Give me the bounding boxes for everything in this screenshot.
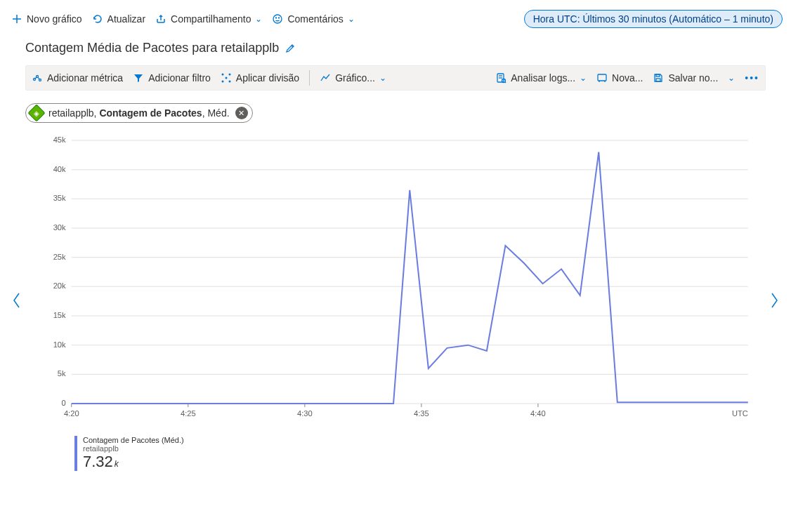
chart-title-row: Contagem Média de Pacotes para retailapp… xyxy=(8,36,783,65)
legend-resource: retailapplb xyxy=(83,444,759,453)
svg-point-14 xyxy=(221,81,223,83)
svg-text:0: 0 xyxy=(61,399,65,407)
apply-split-label: Aplicar divisão xyxy=(236,72,299,84)
add-metric-icon xyxy=(32,72,43,84)
svg-text:4:20: 4:20 xyxy=(64,409,79,418)
chevron-down-icon: ⌄ xyxy=(580,73,587,83)
new-chart-button[interactable]: Novo gráfico xyxy=(11,13,82,25)
top-toolbar: Novo gráfico Atualizar Compartilhamento … xyxy=(8,7,783,36)
svg-rect-25 xyxy=(656,74,660,77)
analyze-logs-label: Analisar logs... xyxy=(511,72,575,84)
svg-text:40k: 40k xyxy=(53,165,66,173)
chart-type-label: Gráfico... xyxy=(335,72,375,84)
chart-type-button[interactable]: Gráfico... ⌄ xyxy=(320,72,386,84)
chart-toolbar: Adicionar métrica Adicionar filtro Aplic… xyxy=(25,65,766,91)
svg-text:4:35: 4:35 xyxy=(414,409,429,418)
svg-text:4:40: 4:40 xyxy=(530,409,546,418)
share-label: Compartilhamento xyxy=(171,13,251,25)
svg-point-12 xyxy=(221,74,223,76)
line-chart-icon xyxy=(320,72,331,84)
refresh-label: Atualizar xyxy=(107,13,145,25)
analyze-logs-button[interactable]: Analisar logs... ⌄ xyxy=(495,72,587,84)
share-button[interactable]: Compartilhamento ⌄ xyxy=(155,13,262,25)
prev-chart-button[interactable] xyxy=(8,284,25,317)
legend-value-number: 7.32 xyxy=(83,453,113,470)
add-filter-button[interactable]: Adicionar filtro xyxy=(133,72,211,84)
filter-icon xyxy=(133,72,144,84)
edit-title-button[interactable] xyxy=(285,43,296,54)
svg-rect-22 xyxy=(598,74,606,81)
svg-point-5 xyxy=(279,18,280,18)
share-icon xyxy=(155,13,166,25)
save-to-button[interactable]: Salvar no... xyxy=(653,72,718,84)
chart-title: Contagem Média de Pacotes para retailapp… xyxy=(25,41,279,55)
metric-chip-resource: retailapplb xyxy=(48,107,94,119)
svg-text:15k: 15k xyxy=(53,311,66,319)
divider xyxy=(309,70,310,86)
svg-text:25k: 25k xyxy=(53,253,66,261)
smile-icon xyxy=(272,13,283,25)
add-metric-label: Adicionar métrica xyxy=(47,72,123,84)
line-chart: 05k10k15k20k25k30k35k40k45k4:204:254:304… xyxy=(32,130,759,432)
legend-value-unit: k xyxy=(115,459,119,469)
svg-point-13 xyxy=(228,74,230,76)
chevron-down-icon: ⌄ xyxy=(255,14,262,24)
chevron-down-icon: ⌄ xyxy=(348,14,355,24)
metric-chip-text: retailapplb, Contagem de Pacotes, Méd. xyxy=(48,107,230,119)
legend-value: 7.32k xyxy=(83,453,759,471)
add-metric-button[interactable]: Adicionar métrica xyxy=(32,72,123,84)
alert-rule-icon xyxy=(596,72,608,84)
svg-text:5k: 5k xyxy=(58,369,66,378)
metric-chip-agg: Méd. xyxy=(207,107,229,119)
metric-chip[interactable]: ◈ retailapplb, Contagem de Pacotes, Méd.… xyxy=(25,103,253,123)
new-alert-button[interactable]: Nova... xyxy=(596,72,643,84)
svg-text:UTC: UTC xyxy=(732,409,748,418)
svg-text:35k: 35k xyxy=(53,194,66,202)
refresh-icon xyxy=(92,13,103,25)
remove-chip-icon[interactable]: ✕ xyxy=(235,107,248,119)
new-alert-label: Nova... xyxy=(612,72,643,84)
time-range-label: Hora UTC: Últimos 30 minutos (Automático… xyxy=(533,13,773,25)
more-icon[interactable]: ••• xyxy=(745,72,759,84)
svg-point-3 xyxy=(273,15,282,23)
add-filter-label: Adicionar filtro xyxy=(148,72,211,84)
svg-text:10k: 10k xyxy=(53,340,66,349)
legend-metric: Contagem de Pacotes (Méd.) xyxy=(83,436,759,444)
comments-button[interactable]: Comentários ⌄ xyxy=(272,13,354,25)
chevron-down-icon[interactable]: ⌄ xyxy=(728,73,735,83)
svg-line-10 xyxy=(35,77,37,79)
next-chart-button[interactable] xyxy=(766,284,783,317)
logs-icon xyxy=(495,72,506,84)
svg-line-11 xyxy=(38,77,39,79)
metric-chip-metric: Contagem de Pacotes xyxy=(99,107,202,119)
refresh-button[interactable]: Atualizar xyxy=(92,13,145,25)
svg-point-16 xyxy=(225,77,227,79)
svg-line-21 xyxy=(505,82,506,83)
chart-area: 05k10k15k20k25k30k35k40k45k4:204:254:304… xyxy=(25,130,766,471)
svg-text:4:30: 4:30 xyxy=(297,409,313,418)
plus-icon xyxy=(11,13,22,25)
svg-text:20k: 20k xyxy=(53,281,66,290)
apply-split-button[interactable]: Aplicar divisão xyxy=(221,72,299,84)
split-icon xyxy=(221,72,232,84)
svg-rect-26 xyxy=(656,79,660,81)
svg-point-15 xyxy=(228,81,230,83)
svg-text:4:25: 4:25 xyxy=(181,409,196,418)
new-chart-label: Novo gráfico xyxy=(27,13,82,25)
resource-icon: ◈ xyxy=(27,104,45,121)
chart-legend: Contagem de Pacotes (Méd.) retailapplb 7… xyxy=(32,432,759,471)
comments-label: Comentários xyxy=(287,13,343,25)
svg-text:30k: 30k xyxy=(53,223,66,232)
chevron-down-icon: ⌄ xyxy=(379,73,386,83)
svg-text:45k: 45k xyxy=(53,135,66,144)
save-icon xyxy=(653,72,664,84)
time-range-pill[interactable]: Hora UTC: Últimos 30 minutos (Automático… xyxy=(524,10,783,28)
save-to-label: Salvar no... xyxy=(668,72,718,84)
svg-point-4 xyxy=(276,18,277,18)
